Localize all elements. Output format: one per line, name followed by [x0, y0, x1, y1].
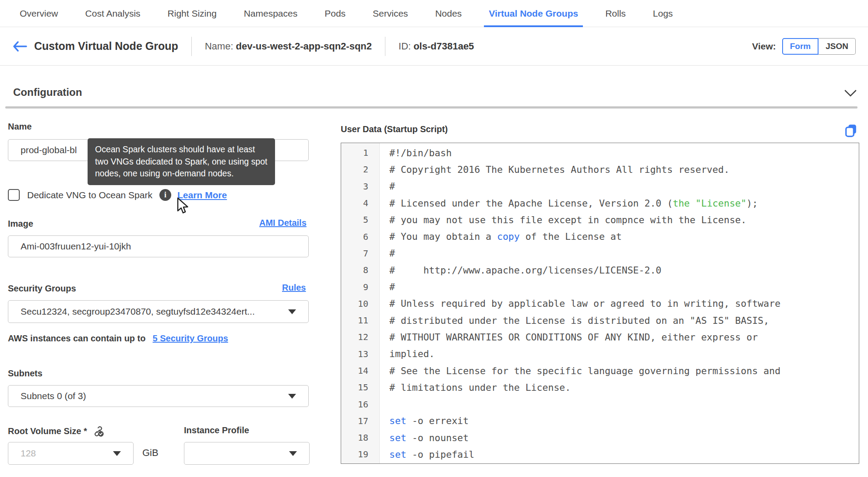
code-line: 8# http://www.apache.org/licenses/LICENS…: [341, 262, 859, 278]
subnets-select[interactable]: Subnets 0 (of 3): [8, 385, 309, 407]
section-divider: [5, 106, 857, 109]
line-number: 9: [341, 282, 380, 292]
line-number: 15: [341, 382, 380, 393]
tab-overview[interactable]: Overview: [15, 0, 63, 27]
code-text: set -o errexit: [380, 415, 469, 426]
code-line: 7#: [341, 245, 859, 262]
line-number: 3: [341, 181, 380, 192]
caret-down-icon: [113, 451, 121, 456]
code-text: # you may not use this file except in co…: [380, 214, 746, 225]
vng-name: Name:dev-us-west-2-app-sqn2-sqn2: [205, 41, 372, 52]
tab-namespaces[interactable]: Namespaces: [239, 0, 303, 27]
line-number: 16: [341, 399, 380, 410]
tab-cost-analysis[interactable]: Cost Analysis: [81, 0, 145, 27]
code-line: 19set -o pipefail: [341, 446, 859, 463]
code-line: 17set -o errexit: [341, 413, 859, 429]
instance-profile-select[interactable]: [184, 442, 310, 465]
line-number: 13: [341, 349, 380, 359]
divider: [191, 37, 192, 56]
image-field-label: Image: [8, 219, 33, 229]
code-text: # distributed under the License is distr…: [380, 315, 769, 326]
virtual-node-group-page: OverviewCost AnalysisRight SizingNamespa…: [0, 0, 868, 477]
root-volume-label-row: Root Volume Size *: [8, 425, 104, 437]
code-text: # Copyright 2016 The Kubernetes Authors …: [380, 164, 730, 175]
five-security-groups-link[interactable]: 5 Security Groups: [153, 333, 228, 344]
code-text: # See the License for the specific langu…: [380, 365, 780, 376]
security-groups-select[interactable]: Secu12324, secgroup23470870, segtuyfsd12…: [8, 300, 309, 323]
chevron-down-icon: [844, 90, 857, 97]
collapse-section-button[interactable]: [844, 90, 857, 99]
line-number: 11: [341, 315, 380, 326]
divider: [385, 37, 385, 56]
page-title: Custom Virtual Node Group: [34, 40, 178, 53]
view-toggle: View: Form JSON: [752, 38, 856, 55]
code-line: 2# Copyright 2016 The Kubernetes Authors…: [341, 161, 859, 178]
code-content: 1#!/bin/bash2# Copyright 2016 The Kubern…: [341, 143, 859, 463]
line-number: 10: [341, 298, 380, 309]
code-text: #: [380, 248, 395, 259]
caret-down-icon: [288, 309, 296, 314]
line-number: 14: [341, 365, 380, 376]
tab-pods[interactable]: Pods: [320, 0, 350, 27]
code-line: 6# You may obtain a copy of the License …: [341, 228, 859, 245]
code-line: 18set -o nounset: [341, 429, 859, 446]
line-number: 8: [341, 265, 380, 275]
configuration-section-title: Configuration: [13, 86, 82, 98]
root-volume-label: Root Volume Size *: [8, 426, 87, 436]
code-line: 3#: [341, 178, 859, 195]
user-data-editor[interactable]: 1#!/bin/bash2# Copyright 2016 The Kubern…: [341, 143, 859, 464]
mouse-cursor-icon: [174, 197, 190, 216]
code-line: 4# Licensed under the Apache License, Ve…: [341, 195, 859, 211]
line-number: 6: [341, 231, 380, 242]
page-header: Custom Virtual Node Group Name:dev-us-we…: [0, 27, 868, 66]
code-text: # limitations under the License.: [380, 382, 571, 393]
line-number: 18: [341, 432, 380, 443]
dedicate-vng-label: Dedicate VNG to Ocean Spark: [27, 190, 152, 200]
line-number: 17: [341, 416, 380, 426]
code-text: set -o nounset: [380, 432, 469, 443]
link-check-icon: [92, 425, 104, 437]
code-text: #!/bin/bash: [380, 147, 452, 158]
tab-virtual-node-groups[interactable]: Virtual Node Groups: [484, 0, 583, 27]
root-volume-placeholder: 128: [21, 448, 36, 459]
tab-logs[interactable]: Logs: [648, 0, 678, 27]
security-groups-note: AWS instances can contain up to 5 Securi…: [8, 333, 228, 344]
dedicate-vng-row: Dedicate VNG to Ocean Spark i Learn More: [8, 189, 227, 201]
code-text: #: [380, 281, 395, 292]
view-label: View:: [752, 41, 776, 52]
tab-nodes[interactable]: Nodes: [430, 0, 467, 27]
caret-down-icon: [288, 394, 296, 399]
line-number: 7: [341, 248, 380, 259]
line-number: 1: [341, 147, 380, 158]
security-groups-value: Secu12324, secgroup23470870, segtuyfsd12…: [21, 306, 255, 317]
image-input[interactable]: [8, 235, 309, 257]
view-json-button[interactable]: JSON: [819, 38, 856, 55]
back-arrow-icon: [12, 41, 27, 52]
line-number: 2: [341, 164, 380, 175]
tab-services[interactable]: Services: [368, 0, 413, 27]
info-icon[interactable]: i: [159, 189, 171, 201]
back-button[interactable]: [12, 41, 27, 52]
line-number: 4: [341, 198, 380, 208]
code-line: 14# See the License for the specific lan…: [341, 362, 859, 379]
tab-right-sizing[interactable]: Right Sizing: [163, 0, 222, 27]
instance-profile-label: Instance Profile: [184, 425, 249, 435]
dedicate-vng-checkbox[interactable]: [8, 189, 20, 201]
code-text: # WITHOUT WARRANTIES OR CONDITIONS OF AN…: [380, 332, 758, 343]
code-text: implied.: [380, 348, 435, 359]
ami-details-link[interactable]: AMI Details: [259, 218, 307, 228]
code-line: 1#!/bin/bash: [341, 144, 859, 161]
tab-rolls[interactable]: Rolls: [600, 0, 631, 27]
subnets-label: Subnets: [8, 368, 42, 379]
security-groups-label: Security Groups: [8, 284, 76, 294]
name-field-label: Name: [8, 122, 32, 132]
root-volume-select[interactable]: 128: [8, 442, 134, 465]
line-number: 5: [341, 214, 380, 225]
view-form-button[interactable]: Form: [782, 38, 819, 55]
copy-button[interactable]: [844, 123, 857, 140]
subnets-value: Subnets 0 (of 3): [21, 391, 86, 401]
code-text: #: [380, 181, 395, 192]
rules-link[interactable]: Rules: [282, 283, 306, 293]
gib-unit-label: GiB: [142, 447, 159, 459]
code-text: # Unless required by applicable law or a…: [380, 298, 780, 309]
